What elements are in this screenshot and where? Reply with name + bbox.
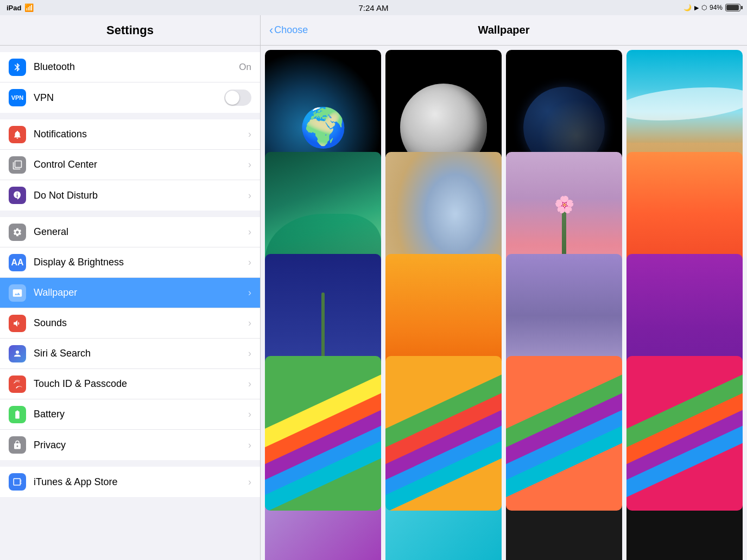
moon-icon: 🌙 bbox=[683, 4, 692, 11]
chevron-battery: › bbox=[248, 409, 251, 420]
chevron-wallpaper: › bbox=[248, 287, 251, 298]
settings-section-3: General › AA Display & Brightness › Wall… bbox=[0, 217, 260, 460]
vpn-toggle[interactable] bbox=[224, 90, 251, 106]
vpn-icon-bg: VPN bbox=[9, 89, 26, 106]
privacy-icon-bg bbox=[9, 436, 26, 454]
sidebar-item-privacy[interactable]: Privacy › bbox=[0, 430, 260, 460]
chevron-general: › bbox=[248, 226, 251, 238]
status-bar-right: 🌙 ▶ ⬡ 94% bbox=[683, 4, 740, 11]
appstore-label: iTunes & App Store bbox=[34, 476, 248, 488]
sidebar-item-battery[interactable]: Battery › bbox=[0, 399, 260, 430]
wallpaper-item-rainbow-green[interactable] bbox=[265, 356, 381, 511]
sounds-label: Sounds bbox=[34, 317, 248, 329]
back-chevron-icon: ‹ bbox=[269, 24, 273, 36]
status-bar-left: iPad 📶 bbox=[7, 3, 34, 12]
sidebar-item-control-center[interactable]: Control Center › bbox=[0, 150, 260, 180]
time-display: 7:24 AM bbox=[358, 3, 388, 12]
chevron-display: › bbox=[248, 257, 251, 268]
sidebar-item-touchid[interactable]: Touch ID & Passcode › bbox=[0, 369, 260, 399]
dnd-icon-bg bbox=[9, 187, 26, 204]
device-name: iPad bbox=[7, 4, 21, 12]
control-center-icon-bg bbox=[9, 156, 26, 174]
notifications-icon-bg bbox=[9, 126, 26, 143]
chevron-appstore: › bbox=[248, 476, 251, 488]
battery-icon-bg bbox=[9, 406, 26, 423]
settings-section-4: iTunes & App Store › bbox=[0, 467, 260, 497]
display-label: Display & Brightness bbox=[34, 257, 248, 268]
wallpaper-item-rainbow-orange[interactable] bbox=[506, 356, 622, 511]
notifications-label: Notifications bbox=[34, 129, 248, 140]
general-label: General bbox=[34, 226, 248, 238]
sidebar-item-notifications[interactable]: Notifications › bbox=[0, 119, 260, 150]
wallpaper-grid: 🌍 🌸 🌺 bbox=[261, 46, 747, 560]
bluetooth-icon-bg bbox=[9, 59, 26, 76]
chevron-siri: › bbox=[248, 348, 251, 359]
right-panel-title: Wallpaper bbox=[478, 24, 530, 36]
bluetooth-label: Bluetooth bbox=[34, 61, 239, 73]
settings-section-2: Notifications › Control Center › Do Not … bbox=[0, 119, 260, 211]
sidebar: Settings Bluetooth On VPN VPN bbox=[0, 15, 261, 560]
general-icon-bg bbox=[9, 224, 26, 241]
sidebar-item-wallpaper[interactable]: Wallpaper › bbox=[0, 278, 260, 308]
bluetooth-value: On bbox=[239, 62, 251, 73]
sidebar-item-display[interactable]: AA Display & Brightness › bbox=[0, 247, 260, 278]
bluetooth-icon: ⬡ bbox=[701, 4, 707, 11]
wallpaper-label: Wallpaper bbox=[34, 287, 248, 298]
siri-label: Siri & Search bbox=[34, 348, 248, 359]
sidebar-header: Settings bbox=[0, 15, 260, 46]
svg-point-0 bbox=[16, 351, 19, 354]
sidebar-item-bluetooth[interactable]: Bluetooth On bbox=[0, 52, 260, 82]
chevron-touchid: › bbox=[248, 378, 251, 390]
right-panel: ‹ Choose Wallpaper 🌍 bbox=[261, 15, 747, 560]
wallpaper-item-rainbow-pink[interactable] bbox=[626, 356, 743, 511]
siri-icon-bg bbox=[9, 345, 26, 362]
wallpaper-icon-bg bbox=[9, 284, 26, 302]
privacy-label: Privacy bbox=[34, 440, 248, 451]
right-header: ‹ Choose Wallpaper bbox=[261, 15, 747, 46]
sidebar-item-siri[interactable]: Siri & Search › bbox=[0, 339, 260, 369]
chevron-sounds: › bbox=[248, 317, 251, 329]
chevron-control: › bbox=[248, 159, 251, 170]
status-bar: iPad 📶 7:24 AM 🌙 ▶ ⬡ 94% bbox=[0, 0, 747, 15]
chevron-notifications: › bbox=[248, 129, 251, 140]
chevron-dnd: › bbox=[248, 190, 251, 201]
sidebar-item-sounds[interactable]: Sounds › bbox=[0, 308, 260, 339]
battery-icon bbox=[725, 4, 740, 11]
status-bar-center: 7:24 AM bbox=[358, 3, 388, 12]
touchid-icon-bg bbox=[9, 376, 26, 393]
chevron-privacy: › bbox=[248, 440, 251, 451]
settings-section-1: Bluetooth On VPN VPN bbox=[0, 52, 260, 113]
sidebar-item-dnd[interactable]: Do Not Disturb › bbox=[0, 180, 260, 211]
sidebar-item-vpn[interactable]: VPN VPN bbox=[0, 82, 260, 113]
back-button[interactable]: ‹ Choose bbox=[269, 24, 308, 36]
dnd-label: Do Not Disturb bbox=[34, 190, 248, 201]
sidebar-item-appstore[interactable]: iTunes & App Store › bbox=[0, 467, 260, 497]
sidebar-item-general[interactable]: General › bbox=[0, 217, 260, 247]
appstore-icon-bg bbox=[9, 473, 26, 491]
location-icon: ▶ bbox=[694, 4, 699, 11]
battery-text: 94% bbox=[710, 4, 723, 11]
wifi-icon: 📶 bbox=[24, 3, 34, 12]
back-label[interactable]: Choose bbox=[274, 24, 308, 36]
sounds-icon-bg bbox=[9, 315, 26, 332]
sidebar-title: Settings bbox=[106, 23, 154, 37]
battery-label: Battery bbox=[34, 409, 248, 420]
touchid-label: Touch ID & Passcode bbox=[34, 378, 248, 390]
wallpaper-item-rainbow-yellow[interactable] bbox=[385, 356, 502, 511]
vpn-label: VPN bbox=[34, 92, 224, 104]
display-icon-bg: AA bbox=[9, 254, 26, 271]
control-center-label: Control Center bbox=[34, 159, 248, 170]
